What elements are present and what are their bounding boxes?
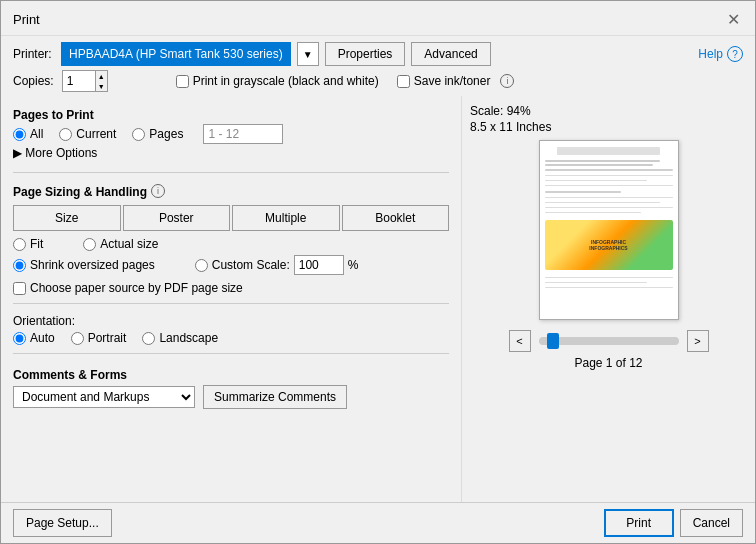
orientation-title: Orientation:: [13, 314, 449, 328]
landscape-radio[interactable]: [142, 332, 155, 345]
divider-3: [13, 353, 449, 354]
preview-header: [557, 147, 659, 155]
divider-1: [13, 172, 449, 173]
size-button[interactable]: Size: [13, 205, 121, 231]
auto-orientation-wrap: Auto: [13, 331, 55, 345]
preview-para-10: [545, 277, 673, 278]
spinner-buttons: ▲ ▼: [95, 71, 107, 91]
paper-source-row: Choose paper source by PDF page size: [13, 281, 449, 295]
scale-input[interactable]: [294, 255, 344, 275]
current-radio[interactable]: [59, 128, 72, 141]
custom-scale-wrap: Custom Scale: %: [195, 255, 359, 275]
paper-source-label: Choose paper source by PDF page size: [30, 281, 243, 295]
help-link[interactable]: Help ?: [698, 46, 743, 62]
booklet-button[interactable]: Booklet: [342, 205, 450, 231]
save-ink-info-icon[interactable]: i: [500, 74, 514, 88]
poster-button[interactable]: Poster: [123, 205, 231, 231]
title-bar: Print ✕: [1, 1, 755, 36]
multiple-button[interactable]: Multiple: [232, 205, 340, 231]
print-button[interactable]: Print: [604, 509, 674, 537]
custom-scale-radio[interactable]: [195, 259, 208, 272]
paper-source-checkbox[interactable]: [13, 282, 26, 295]
more-options[interactable]: ▶ More Options: [13, 146, 449, 160]
page-slider: [539, 337, 679, 345]
copies-increment[interactable]: ▲: [95, 71, 107, 81]
cancel-button[interactable]: Cancel: [680, 509, 743, 537]
preview-line-1: [545, 160, 660, 162]
preview-para-4: [545, 185, 673, 186]
slider-thumb[interactable]: [547, 333, 559, 349]
sizing-info-icon[interactable]: i: [151, 184, 165, 198]
divider-2: [13, 303, 449, 304]
print-preview: INFOGRAPHICINFOGRAPHICS: [539, 140, 679, 320]
current-label: Current: [76, 127, 116, 141]
sizing-cols-2: Shrink oversized pages Custom Scale: %: [13, 255, 449, 275]
preview-para-8: [545, 207, 673, 208]
fit-radio[interactable]: [13, 238, 26, 251]
save-ink-checkbox[interactable]: [397, 75, 410, 88]
left-panel: Pages to Print All Current Pages: [1, 96, 461, 502]
pages-section-title: Pages to Print: [13, 108, 449, 122]
custom-scale-label: Custom Scale:: [212, 258, 290, 272]
preview-para-1: [545, 169, 673, 171]
advanced-button[interactable]: Advanced: [411, 42, 490, 66]
pages-radio[interactable]: [132, 128, 145, 141]
grayscale-checkbox[interactable]: [176, 75, 189, 88]
help-icon: ?: [727, 46, 743, 62]
printer-select[interactable]: HPBAAD4A (HP Smart Tank 530 series): [61, 42, 291, 66]
auto-label: Auto: [30, 331, 55, 345]
comments-title: Comments & Forms: [13, 368, 449, 382]
sizing-buttons: Size Poster Multiple Booklet: [13, 205, 449, 231]
portrait-radio[interactable]: [71, 332, 84, 345]
summarize-button[interactable]: Summarize Comments: [203, 385, 347, 409]
preview-para-3: [545, 180, 647, 181]
save-ink-wrap: Save ink/toner: [397, 74, 491, 88]
portrait-label: Portrait: [88, 331, 127, 345]
actual-size-radio[interactable]: [83, 238, 96, 251]
close-button[interactable]: ✕: [723, 9, 743, 29]
page-sizing-section: Page Sizing & Handling i Size Poster Mul…: [13, 181, 449, 295]
bottom-bar: Page Setup... Print Cancel: [1, 502, 755, 543]
grayscale-wrap: Print in grayscale (black and white): [176, 74, 379, 88]
print-dialog: Print ✕ Printer: HPBAAD4A (HP Smart Tank…: [0, 0, 756, 544]
slider-wrap: [535, 337, 683, 345]
scale-text: Scale: 94%: [470, 104, 531, 118]
shrink-label: Shrink oversized pages: [30, 258, 155, 272]
copies-label: Copies:: [13, 74, 54, 88]
fit-label: Fit: [30, 237, 43, 251]
save-ink-label: Save ink/toner: [414, 74, 491, 88]
next-page-button[interactable]: >: [687, 330, 709, 352]
dialog-title: Print: [13, 12, 40, 27]
action-buttons: Print Cancel: [604, 509, 743, 537]
sizing-radio-options: Fit Actual size Shrink oversized pages: [13, 237, 449, 275]
shrink-radio-wrap: Shrink oversized pages: [13, 255, 155, 275]
properties-button[interactable]: Properties: [325, 42, 406, 66]
shrink-radio[interactable]: [13, 259, 26, 272]
right-panel: Scale: 94% 8.5 x 11 Inches: [461, 96, 755, 502]
current-radio-wrap: Current: [59, 127, 116, 141]
preview-para-5: [545, 191, 622, 193]
preview-para-2: [545, 175, 673, 176]
copies-input[interactable]: [63, 71, 95, 91]
copies-decrement[interactable]: ▼: [95, 81, 107, 91]
all-label: All: [30, 127, 43, 141]
comments-dropdown[interactable]: Document and Markups: [14, 387, 194, 407]
fit-radio-wrap: Fit: [13, 237, 43, 251]
all-radio[interactable]: [13, 128, 26, 141]
page-setup-button[interactable]: Page Setup...: [13, 509, 112, 537]
preview-para-6: [545, 197, 673, 198]
more-options-label: ▶ More Options: [13, 146, 97, 160]
preview-para-9: [545, 212, 641, 213]
comments-select-wrap: Document and Markups: [13, 386, 195, 408]
pages-radio-wrap: Pages: [132, 127, 183, 141]
prev-page-button[interactable]: <: [509, 330, 531, 352]
printer-row: Printer: HPBAAD4A (HP Smart Tank 530 ser…: [1, 36, 755, 68]
printer-dropdown-button[interactable]: ▼: [297, 42, 319, 66]
page-indicator: Page 1 of 12: [574, 356, 642, 370]
preview-infographic: INFOGRAPHICINFOGRAPHICS: [545, 220, 673, 270]
auto-radio[interactable]: [13, 332, 26, 345]
sizing-title-row: Page Sizing & Handling i: [13, 181, 449, 201]
pages-range-input[interactable]: [203, 124, 283, 144]
all-radio-wrap: All: [13, 127, 43, 141]
preview-para-11: [545, 282, 647, 283]
